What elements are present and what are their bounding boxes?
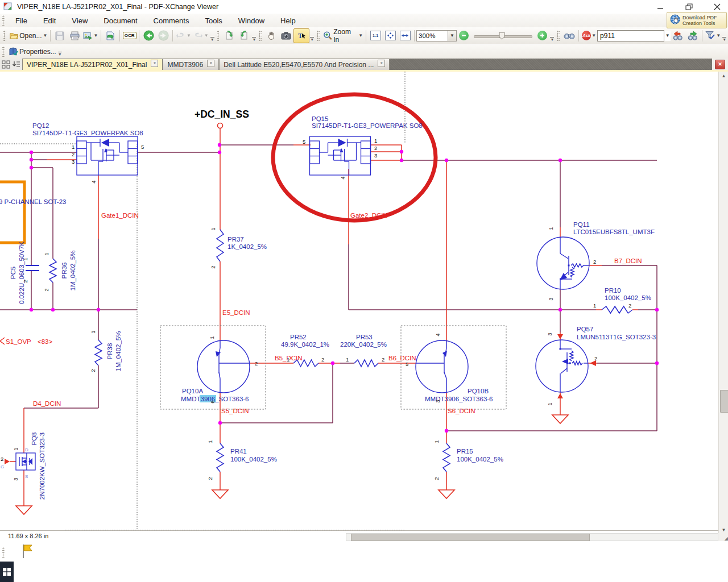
horizontal-scroll-thumb[interactable] [351,534,590,541]
tab-viper-n18e[interactable]: VIPER_N18E LA-J521PR02_X01_Final x [22,59,163,70]
toolbar-overflow[interactable]: ▼ [252,37,256,41]
zoom-in-step-button[interactable] [535,29,549,43]
toolbar-grip[interactable] [259,31,262,41]
search-history-dropdown[interactable]: ▼ [664,31,671,41]
rotate-cw-button[interactable] [237,29,251,43]
flag-comment-icon[interactable] [20,543,35,562]
select-tool-button[interactable]: T [293,28,309,43]
globe-icon [669,14,681,27]
schematic-text: 1 [374,138,377,144]
go-forward-button[interactable] [156,29,171,43]
windows-start-button[interactable] [0,562,14,582]
zoom-level-input[interactable]: 300% [416,30,448,41]
schematic-text: 6 [209,400,216,403]
actual-size-button[interactable]: 1:1 [368,29,383,43]
close-document-button[interactable]: ✕ [715,60,725,69]
toolbar-overflow[interactable]: ▼ [310,37,314,41]
schematic-text: E5_DCIN [222,309,250,316]
tab-close-icon[interactable]: x [378,60,385,67]
menu-help[interactable]: Help [272,15,304,27]
schematic-text: PR15 [457,448,473,455]
vertical-scrollbar[interactable]: ▲ ▼ [718,72,728,534]
rotate-ccw-button[interactable] [222,29,237,43]
search-input[interactable]: p911 [597,30,664,41]
schematic-text: 0.022U_0603_50V7K [18,242,25,304]
go-back-button[interactable] [141,29,156,43]
toolbar-overflow[interactable]: ▼ [722,37,726,41]
search-next-button[interactable] [685,29,700,43]
toolbar-grip[interactable] [557,31,560,41]
menu-view[interactable]: View [64,15,96,27]
fit-page-button[interactable] [383,29,398,43]
zoom-in-button[interactable]: Zoom In▼ [322,29,364,43]
snapshot-button[interactable] [279,29,293,43]
toolbar-grip[interactable] [317,31,320,41]
send-mail-button[interactable] [103,29,118,43]
tab-mmdt3906[interactable]: MMDT3906 x [163,59,219,70]
schematic-text: 4 [435,333,441,336]
menu-tools[interactable]: Tools [197,15,230,27]
fit-width-button[interactable] [398,29,412,43]
menu-document[interactable]: Document [96,15,145,27]
schematic-text: PQ57 [577,326,593,332]
print-button[interactable] [67,29,82,43]
search-button[interactable] [562,29,577,43]
schematic-text: S [25,474,28,479]
scroll-up-arrow[interactable]: ▲ [719,72,728,80]
tab-close-icon[interactable]: x [207,60,214,67]
schematic-text: D4_DCIN [33,400,61,407]
ocr-button[interactable]: OCR [122,29,137,43]
toolbar-grip[interactable] [217,31,220,41]
menu-file[interactable]: File [7,15,35,27]
schematic-text: 1 [209,336,215,339]
menu-window[interactable]: Window [230,15,272,27]
document-area[interactable]: PQ12SI7145DP-T1-GE3_POWERPAK SO8PQ15SI71… [0,72,718,530]
restore-button[interactable] [682,2,695,12]
toolbar-grip[interactable] [2,15,5,26]
download-pdf-tools-button[interactable]: Download PDF Creation Tools [667,12,727,28]
thumbnails-view-icon[interactable] [2,60,10,69]
schematic-text: 2 [382,356,384,363]
schematic-text: 4 [340,176,346,179]
schematic-text: 100K_0402_5% [230,456,277,463]
filter-button[interactable]: ▼ [704,29,722,43]
toolbar-grip[interactable] [2,47,5,57]
horizontal-scrollbar[interactable] [0,533,718,541]
zoom-out-button[interactable] [457,29,471,43]
schematic-text: B7_DCIN [614,257,642,264]
search-previous-button[interactable] [671,29,685,43]
schematic-text: <83> [38,338,53,345]
download-pdf-label-line1: Download PDF [682,15,717,20]
vertical-scroll-thumb[interactable] [720,390,728,413]
zoom-slider-thumb[interactable] [499,32,505,42]
zoom-slider[interactable] [474,31,533,41]
properties-button[interactable]: Properties... [7,45,57,59]
schematic-text: PR52 [290,334,307,340]
schematic-text: 1 [72,144,75,150]
tab-list-icon[interactable] [12,60,20,69]
fit-page-icon [387,32,394,39]
hand-tool-button[interactable] [264,29,279,43]
close-button[interactable] [711,2,723,12]
toolbar-grip[interactable] [3,31,6,41]
toolbar-overflow[interactable]: ▼ [58,52,62,56]
tab-close-icon[interactable]: x [151,60,158,67]
zoom-level-dropdown[interactable]: ▼ [448,30,456,41]
ask-search-provider-button[interactable]: Ask ▼ [581,29,597,43]
export-button[interactable]: ▼ [82,29,99,43]
schematic-text: 3 [435,400,441,402]
toolbar-overflow[interactable]: ▼ [210,37,214,41]
open-button[interactable]: Open...▼ [9,29,49,43]
save-button[interactable] [52,29,67,43]
toolbar-grip[interactable] [2,547,5,558]
schematic-text: PR37 [228,236,244,243]
scrollbar-corner: ◢ [718,533,728,541]
tab-dell-latitude[interactable]: Dell Latitude E520,E5470,E5570 And Preci… [219,59,390,70]
minimize-button[interactable] [654,2,667,12]
schematic-text: 1 [287,356,289,363]
redo-button[interactable]: ▼ [192,29,210,43]
toolbar-overflow[interactable]: ▼ [550,37,554,41]
menu-edit[interactable]: Edit [35,15,64,27]
undo-button[interactable]: ▼ [175,29,192,43]
menu-comments[interactable]: Comments [146,15,197,27]
